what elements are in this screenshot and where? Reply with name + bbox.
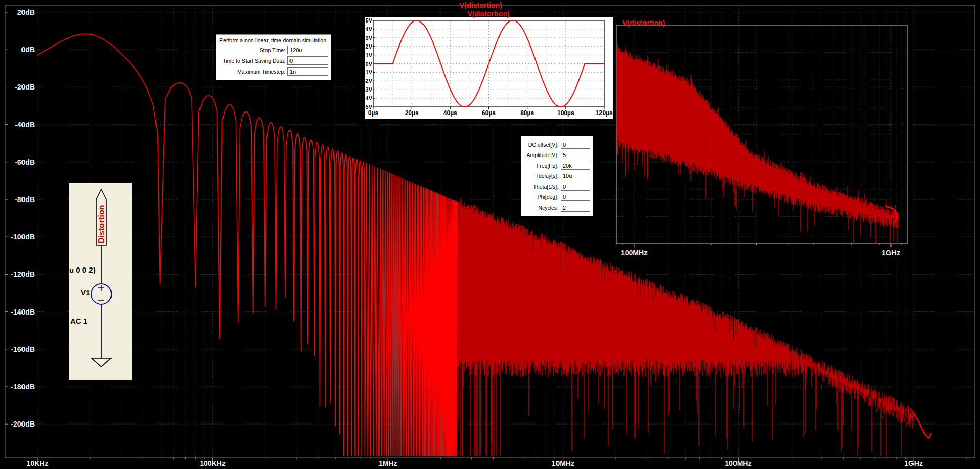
max-timestep-label: Maximum Timestep: <box>237 69 285 75</box>
y-axis-label: -140dB <box>11 308 35 316</box>
y-axis-label: -160dB <box>11 345 35 353</box>
stop-time-input[interactable] <box>287 46 328 54</box>
sim-dialog-header: Perform a non-linear, time-domain simula… <box>219 37 328 43</box>
inset-x-label: 40µs <box>443 109 457 117</box>
inset-y-label: -3V <box>365 86 373 93</box>
y-axis-label: -200dB <box>11 420 35 428</box>
tdelay-input[interactable] <box>561 172 590 180</box>
time-domain-plot[interactable]: 5V4V3V2V1V0V-1V-2V-3V-4V-5V0µs20µs40µs60… <box>365 17 613 119</box>
inset-y-label: 1V <box>366 52 373 58</box>
source-dialog-row: Ncycles: <box>524 204 590 212</box>
time-inset-trace-label[interactable]: V(distortion) <box>447 10 530 18</box>
hf-x-label: 1GHz <box>882 249 900 257</box>
inset-y-label: -4V <box>365 95 373 101</box>
x-axis-label: 10KHz <box>27 459 49 467</box>
hf-x-label: 100MHz <box>621 249 648 257</box>
x-axis-label: 100KHz <box>199 459 226 467</box>
y-axis-label: -40dB <box>15 121 35 129</box>
sine-source-dialog: DC offset[V]: Amplitude[V]: Freq[Hz]: Td… <box>521 136 593 216</box>
ground-symbol[interactable] <box>92 358 111 367</box>
net-label-distortion[interactable]: Distortion <box>97 205 106 243</box>
inset-y-label: 5V <box>366 17 373 24</box>
y-axis-label: -180dB <box>11 383 35 391</box>
inset-x-label: 20µs <box>405 109 419 117</box>
inset-y-label: 3V <box>366 35 373 41</box>
max-timestep-input[interactable] <box>287 67 328 76</box>
freq-label: Freq[Hz]: <box>537 163 559 169</box>
inset-x-label: 0µs <box>368 109 379 117</box>
tdelay-label: Tdelay[s]: <box>535 173 559 179</box>
y-axis-label: 0dB <box>21 46 35 54</box>
ncycles-input[interactable] <box>561 204 590 212</box>
time-domain-trace[interactable] <box>373 20 604 107</box>
schematic-panel: Distortion u 0 0 2) V1 AC 1 <box>69 183 132 380</box>
y-axis-label: 20dB <box>17 8 35 16</box>
source-dialog-row: Freq[Hz]: <box>524 162 590 170</box>
plus-terminal-icon <box>98 285 104 291</box>
x-axis-label: 10MHz <box>552 459 574 467</box>
inset-y-label: -2V <box>365 78 373 84</box>
inset-y-label: -1V <box>365 69 373 75</box>
hf-fft-noise-band[interactable] <box>617 44 898 243</box>
component-value[interactable]: AC 1 <box>70 317 87 325</box>
inset-x-label: 100µs <box>557 109 574 117</box>
phi-input[interactable] <box>561 193 590 201</box>
source-dialog-row: Amplitude[V]: <box>524 151 590 159</box>
hf-ticks <box>622 244 902 247</box>
source-dialog-row: Tdelay[s]: <box>524 172 590 180</box>
inset-y-label: 0V <box>366 61 373 67</box>
inset-ticks <box>373 29 604 109</box>
x-axis-label: 100MHz <box>725 459 751 467</box>
schematic-drawing: Distortion <box>69 183 132 380</box>
main-trace-label[interactable]: V(distortion) <box>439 1 523 9</box>
theta-input[interactable] <box>561 183 590 191</box>
ncycles-label: Ncycles: <box>538 205 559 211</box>
y-axis-label: -120dB <box>11 270 35 278</box>
hf-inset-trace-label[interactable]: V(distortion) <box>622 19 665 27</box>
stop-time-label: Stop Time: <box>260 47 285 53</box>
inset-x-label: 60µs <box>482 109 496 117</box>
theta-label: Theta[1/s]: <box>533 184 559 190</box>
amplitude-label: Amplitude[V]: <box>527 152 559 158</box>
inset-x-label: 120µs <box>595 109 613 117</box>
inset-y-label: 2V <box>366 43 373 50</box>
ltspice-window: 20dB0dB-20dB-40dB-60dB-80dB-100dB-120dB-… <box>0 0 980 469</box>
component-name[interactable]: V1 <box>81 288 90 297</box>
sim-dialog-row: Time to Start Saving Data: <box>219 56 328 65</box>
phi-label: Phi[deg]: <box>538 194 559 200</box>
main-fft-tail-hook <box>914 413 931 438</box>
time-domain-inset-panel: 5V4V3V2V1V0V-1V-2V-3V-4V-5V0µs20µs40µs60… <box>365 17 613 119</box>
start-saving-label: Time to Start Saving Data: <box>222 58 285 64</box>
spice-directive-fragment[interactable]: u 0 0 2) <box>69 265 96 274</box>
x-axis-label: 1MHz <box>378 459 397 467</box>
hf-fft-plot[interactable]: 100MHz1GHz <box>611 18 918 263</box>
y-axis-label: -80dB <box>15 195 35 204</box>
sim-dialog-row: Maximum Timestep: <box>219 67 328 76</box>
dc-offset-label: DC offset[V]: <box>528 142 559 148</box>
source-dialog-row: Phi[deg]: <box>524 193 590 201</box>
sim-dialog-row: Stop Time: <box>219 46 328 54</box>
source-dialog-row: Theta[1/s]: <box>524 183 590 191</box>
y-axis-label: -20dB <box>15 83 35 91</box>
inset-y-label: 4V <box>366 26 373 32</box>
y-axis-label: -60dB <box>15 158 35 166</box>
freq-input[interactable] <box>561 162 590 170</box>
dc-offset-input[interactable] <box>561 141 590 149</box>
transient-sim-dialog: Perform a non-linear, time-domain simula… <box>216 34 331 80</box>
x-axis-label: 1GHz <box>904 459 923 467</box>
y-axis-label: -100dB <box>11 233 35 241</box>
amplitude-input[interactable] <box>561 151 590 159</box>
source-dialog-row: DC offset[V]: <box>524 141 590 149</box>
start-saving-input[interactable] <box>287 56 328 65</box>
inset-x-label: 80µs <box>520 109 534 117</box>
